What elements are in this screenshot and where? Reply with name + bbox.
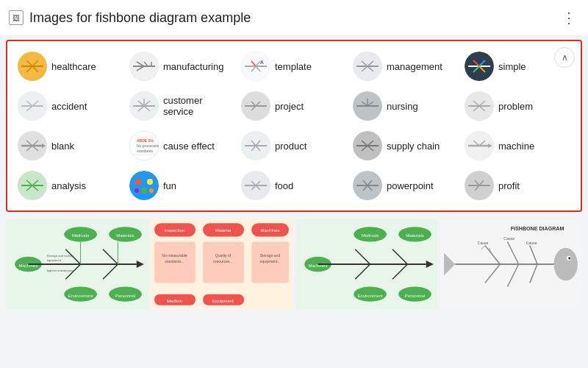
tag-item-problem[interactable]: problem (463, 88, 572, 124)
svg-text:Personnel: Personnel (405, 293, 425, 298)
svg-text:Machines: Machines (261, 227, 280, 233)
svg-text:equipment: equipment (47, 258, 62, 262)
svg-text:Personnel: Personnel (115, 293, 135, 298)
svg-text:Environment: Environment (358, 293, 383, 298)
svg-text:A: A (260, 60, 264, 65)
tag-item-machine[interactable]: machine (463, 128, 572, 163)
tag-item-project[interactable]: project (240, 88, 348, 124)
tag-item-template[interactable]: Atemplate (240, 49, 348, 84)
tag-label-profit: profit (498, 180, 520, 191)
tag-label-machine: machine (498, 141, 534, 152)
svg-text:Cause: Cause (478, 241, 489, 245)
tag-label-supply-chain: supply chain (387, 141, 440, 152)
tag-item-product[interactable]: product (240, 128, 348, 163)
tag-item-blank[interactable]: blank (16, 128, 125, 163)
tag-label-accident: accident (51, 101, 87, 112)
tag-item-food[interactable]: food (240, 168, 348, 203)
image-icon: 🖼 (9, 10, 24, 25)
tag-item-powerpoint[interactable]: powerpoint (351, 168, 460, 203)
svg-point-179 (553, 248, 578, 281)
tag-label-powerpoint: powerpoint (387, 180, 434, 191)
tag-thumb-simple (465, 52, 494, 81)
tag-item-customer-service[interactable]: customer service (128, 88, 237, 124)
svg-text:Methods: Methods (362, 233, 379, 238)
image-strip: Machines Methods Materials Environment P… (0, 216, 588, 312)
svg-text:No measurable: No measurable (162, 253, 187, 258)
tag-thumb-supply-chain (353, 131, 382, 160)
svg-text:standards...: standards... (165, 259, 184, 263)
svg-text:resources...: resources... (213, 259, 232, 263)
tag-thumb-customer-service (129, 91, 159, 121)
svg-text:Methods: Methods (72, 233, 89, 238)
tag-item-analysis[interactable]: analysis (16, 168, 125, 203)
collapse-button[interactable]: ∧ (554, 47, 575, 68)
tag-thumb-product (241, 131, 270, 160)
tag-item-management[interactable]: management (351, 49, 460, 84)
tag-label-project: project (275, 101, 304, 112)
tag-thumb-machine (465, 131, 494, 160)
svg-text:Cause: Cause (503, 236, 514, 241)
search-results-box: ∧ healthcaremanufacturingAtemplatemanage… (6, 40, 582, 212)
tag-thumb-fun (129, 171, 159, 200)
svg-text:Materials: Materials (116, 233, 135, 238)
svg-text:Storage and cooling: Storage and cooling (47, 254, 74, 258)
tag-thumb-food (241, 171, 270, 200)
tag-thumb-cause-effect: ABDE DicNo processingstandards (129, 131, 159, 160)
svg-text:ABDE Dic: ABDE Dic (137, 138, 154, 143)
svg-text:FISHBONE DIAGRAM: FISHBONE DIAGRAM (511, 226, 564, 232)
svg-text:highest maintenance: highest maintenance (47, 269, 75, 272)
tag-thumb-analysis (18, 171, 47, 200)
svg-text:Equipment: Equipment (212, 298, 234, 303)
tag-item-manufacturing[interactable]: manufacturing (128, 49, 237, 84)
tag-item-accident[interactable]: accident (16, 88, 125, 124)
tag-label-simple: simple (498, 61, 526, 72)
strip-image-3[interactable]: Machines Methods Materials Environment P… (295, 219, 437, 309)
svg-point-95 (135, 179, 141, 185)
tag-item-fun[interactable]: fun (128, 168, 237, 203)
svg-point-181 (568, 257, 570, 259)
svg-text:Environment: Environment (68, 293, 93, 298)
svg-text:Medium: Medium (167, 298, 183, 303)
svg-text:standards: standards (137, 149, 153, 153)
tag-thumb-profit (465, 171, 494, 200)
tag-label-food: food (275, 180, 293, 191)
tag-thumb-manufacturing (129, 52, 159, 81)
tag-thumb-management (353, 52, 382, 81)
tag-label-management: management (387, 61, 442, 72)
tag-label-manufacturing: manufacturing (163, 61, 223, 72)
tag-item-supply-chain[interactable]: supply chain (351, 128, 460, 163)
svg-text:Storage and: Storage and (260, 253, 281, 258)
svg-text:Cause: Cause (526, 241, 537, 245)
tag-label-nursing: nursing (387, 101, 418, 112)
tag-label-customer-service: customer service (163, 95, 235, 117)
header: 🖼 Images for fishbone diagram example ⋮ (0, 0, 588, 35)
header-title: Images for fishbone diagram example (29, 10, 553, 26)
tag-item-nursing[interactable]: nursing (351, 88, 460, 124)
strip-image-4[interactable]: FISHBONE DIAGRAM Cause Cause Cause (440, 219, 582, 309)
tag-thumb-powerpoint (353, 171, 382, 200)
strip-image-2[interactable]: Inspection Material Machines No measurab… (151, 219, 293, 309)
tag-item-profit[interactable]: profit (463, 168, 572, 203)
tag-thumb-accident (18, 91, 47, 121)
tag-item-healthcare[interactable]: healthcare (16, 49, 125, 84)
svg-text:Materials: Materials (406, 233, 424, 238)
tag-thumb-nursing (353, 91, 382, 121)
svg-text:No processing: No processing (137, 144, 159, 148)
svg-point-99 (149, 188, 154, 193)
strip-image-1[interactable]: Machines Methods Materials Environment P… (6, 219, 148, 309)
tag-label-fun: fun (163, 180, 176, 191)
svg-point-97 (141, 188, 147, 194)
tag-thumb-project (241, 91, 270, 121)
tags-grid: healthcaremanufacturingAtemplatemanageme… (16, 49, 572, 203)
tag-label-cause-effect: cause effect (163, 141, 215, 152)
tag-label-blank: blank (51, 141, 74, 152)
tag-thumb-problem (465, 91, 494, 121)
tag-label-analysis: analysis (51, 180, 86, 191)
svg-text:Quality of: Quality of (215, 253, 232, 258)
tag-item-cause-effect[interactable]: ABDE DicNo processingstandardscause effe… (128, 128, 237, 163)
more-icon[interactable]: ⋮ (559, 6, 579, 29)
tag-label-template: template (275, 61, 312, 72)
svg-point-98 (135, 188, 139, 193)
svg-text:Material: Material (215, 227, 232, 233)
svg-text:equipment...: equipment... (260, 259, 281, 263)
